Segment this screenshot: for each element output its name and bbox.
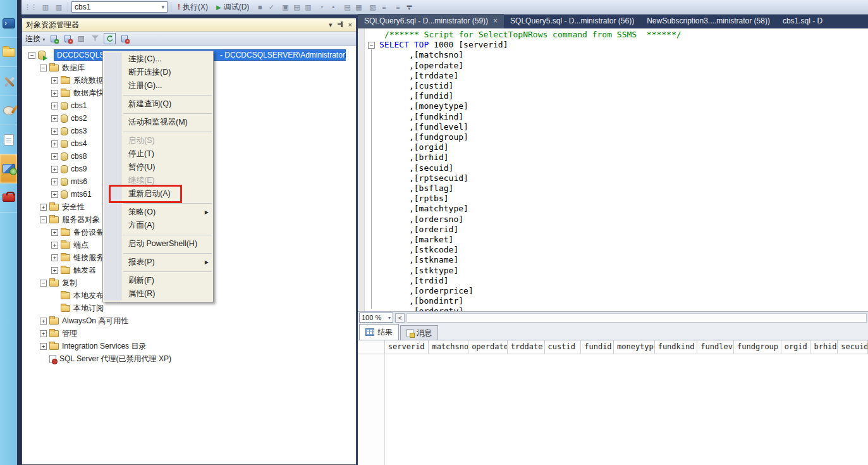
analyze-icon[interactable]: ▣ bbox=[279, 2, 291, 13]
menu-item[interactable]: 刷新(F) bbox=[103, 274, 213, 287]
pin-icon[interactable] bbox=[337, 21, 344, 29]
expand-icon[interactable]: + bbox=[51, 90, 58, 97]
results-text-icon[interactable]: ▥ bbox=[302, 2, 314, 13]
grid-column-header[interactable]: matchsno bbox=[429, 340, 468, 354]
grid-column-header[interactable]: operdate bbox=[468, 340, 508, 354]
execute-button[interactable]: ! 执行(X) bbox=[174, 1, 211, 13]
grid-column-header[interactable]: fundkind bbox=[655, 340, 698, 354]
window-position-icon[interactable]: ▾ bbox=[329, 21, 333, 29]
tree-row[interactable]: +Integration Services 目录 bbox=[22, 340, 356, 352]
expand-icon[interactable]: + bbox=[51, 242, 58, 249]
grid-column-header[interactable]: fundid bbox=[581, 340, 614, 354]
grid-column-header[interactable]: custid bbox=[545, 340, 582, 354]
combo-dropdown-icon[interactable]: ▾ bbox=[161, 4, 164, 10]
grid-column-header[interactable]: moneytype bbox=[614, 340, 655, 354]
document-tab[interactable]: SQLQuery6.sql - D...ministrator (59))× bbox=[358, 14, 504, 28]
expand-icon[interactable]: + bbox=[51, 128, 58, 135]
parse-check-icon[interactable]: ✓ bbox=[266, 2, 277, 13]
expand-icon[interactable]: + bbox=[51, 102, 58, 109]
change-database-icon[interactable]: ▥ bbox=[53, 2, 64, 13]
grid-column-header[interactable]: serverid bbox=[385, 340, 429, 354]
editor-zoom-combo[interactable]: 100 % ▾ bbox=[359, 313, 393, 323]
menu-item[interactable]: 新建查询(Q) bbox=[103, 97, 213, 111]
change-connection-icon[interactable]: ▥ bbox=[40, 2, 51, 13]
grid-column-header[interactable]: trddate bbox=[508, 340, 545, 354]
expand-icon[interactable]: + bbox=[51, 77, 58, 84]
expand-icon[interactable]: + bbox=[40, 330, 47, 337]
tab-messages[interactable]: 消息 bbox=[400, 325, 438, 340]
expand-icon[interactable]: + bbox=[51, 229, 58, 236]
grid-column-header[interactable]: secuid bbox=[838, 340, 868, 354]
tree-row[interactable]: +AlwaysOn 高可用性 bbox=[22, 314, 356, 327]
taskbar-item[interactable] bbox=[0, 183, 17, 213]
menu-item[interactable]: 启动 PowerShell(H) bbox=[103, 237, 213, 251]
expand-icon[interactable]: + bbox=[51, 178, 58, 185]
connect-server-icon[interactable]: + bbox=[48, 34, 59, 44]
document-tab[interactable]: cbs1.sql - D bbox=[776, 14, 829, 28]
expand-icon[interactable]: + bbox=[51, 153, 58, 160]
disconnect-server-icon[interactable]: × bbox=[62, 34, 73, 44]
horizontal-scrollbar[interactable] bbox=[406, 313, 867, 323]
stop-service-icon[interactable]: × bbox=[119, 34, 130, 44]
menu-item[interactable]: 断开连接(D) bbox=[103, 66, 213, 79]
filter-icon[interactable] bbox=[90, 34, 101, 44]
specify-values-icon[interactable]: ≡ bbox=[392, 1, 403, 12]
expand-icon[interactable]: + bbox=[51, 191, 58, 198]
uncomment-icon[interactable]: ▦ bbox=[353, 2, 364, 13]
database-combo[interactable]: cbs1 ▾ bbox=[71, 1, 168, 13]
code-fold-icon[interactable]: − bbox=[368, 42, 375, 49]
stop-icon[interactable]: ■ bbox=[254, 1, 266, 12]
collapse-icon[interactable]: − bbox=[40, 280, 47, 287]
menu-item[interactable]: 策略(O)▶ bbox=[103, 206, 213, 219]
menu-item[interactable]: 停止(T) bbox=[103, 147, 213, 161]
menu-item[interactable]: 报表(P)▶ bbox=[103, 256, 213, 269]
sql-code-editor[interactable]: − /****** Script for SelectTopNRows comm… bbox=[358, 28, 868, 311]
document-tab[interactable]: SQLQuery5.sql - D...ministrator (56)) bbox=[504, 14, 640, 28]
collapse-icon[interactable]: − bbox=[40, 216, 47, 223]
debug-button[interactable]: ▶ 调试(D) bbox=[213, 1, 252, 13]
tab-results[interactable]: 结果 bbox=[359, 324, 399, 340]
menu-item[interactable]: 活动和监视器(M) bbox=[103, 116, 213, 129]
menu-item[interactable]: 暂停(U) bbox=[103, 161, 213, 174]
expand-icon[interactable]: + bbox=[40, 343, 47, 350]
grid-column-header[interactable]: fundgroup bbox=[734, 340, 781, 354]
expand-icon[interactable]: + bbox=[51, 115, 58, 122]
grid-column-header[interactable]: fundlevel bbox=[697, 340, 734, 354]
expand-icon[interactable]: + bbox=[51, 140, 58, 147]
tree-row[interactable]: +管理 bbox=[22, 327, 356, 340]
results-file-icon[interactable]: ▪ bbox=[327, 1, 339, 12]
indent-increase-icon[interactable]: ≡ bbox=[378, 1, 389, 12]
close-icon[interactable]: × bbox=[348, 21, 352, 28]
expand-icon[interactable]: + bbox=[40, 204, 47, 211]
toolbar-overflow-button[interactable]: ▬▾ bbox=[406, 4, 412, 10]
expand-icon[interactable]: + bbox=[51, 267, 58, 274]
comment-icon[interactable]: ▤ bbox=[341, 2, 353, 13]
document-tab[interactable]: NewSubscription3....ministrator (58)) bbox=[640, 14, 776, 28]
menu-item[interactable]: 注册(G)... bbox=[103, 79, 213, 92]
connect-dropdown-button[interactable]: 连接 ▾ bbox=[25, 34, 45, 44]
taskbar-item[interactable] bbox=[0, 125, 17, 154]
refresh-icon[interactable] bbox=[104, 33, 116, 44]
toolbar-grip[interactable]: ⋮⋮ bbox=[24, 3, 37, 11]
results-grid-icon[interactable]: ▫ bbox=[316, 1, 327, 12]
indent-decrease-icon[interactable]: ▧ bbox=[367, 2, 378, 13]
grid-column-header[interactable]: brhid bbox=[810, 340, 838, 354]
taskbar-item[interactable] bbox=[0, 38, 17, 67]
menu-item[interactable]: 连接(C)... bbox=[103, 53, 213, 66]
grid-column-header[interactable]: orgid bbox=[781, 340, 811, 354]
scroll-left-button[interactable]: < bbox=[395, 313, 405, 323]
breakpoint-gutter[interactable] bbox=[358, 28, 365, 311]
output-icon[interactable]: ▤ bbox=[291, 2, 302, 13]
taskbar-item[interactable] bbox=[0, 96, 17, 125]
expand-icon[interactable]: + bbox=[40, 318, 47, 325]
collapse-icon[interactable]: − bbox=[28, 52, 35, 59]
taskbar-item[interactable] bbox=[0, 154, 17, 183]
expand-icon[interactable]: + bbox=[51, 254, 58, 261]
taskbar-item[interactable] bbox=[0, 67, 17, 96]
menu-item[interactable]: 方面(A) bbox=[103, 219, 213, 232]
close-icon[interactable]: × bbox=[493, 14, 498, 28]
taskbar-item[interactable]: › bbox=[0, 9, 17, 38]
tree-row[interactable]: 本地订阅 bbox=[22, 302, 356, 314]
menu-item[interactable]: 属性(R) bbox=[103, 287, 213, 301]
tree-row[interactable]: SQL Server 代理(已禁用代理 XP) bbox=[22, 352, 356, 365]
